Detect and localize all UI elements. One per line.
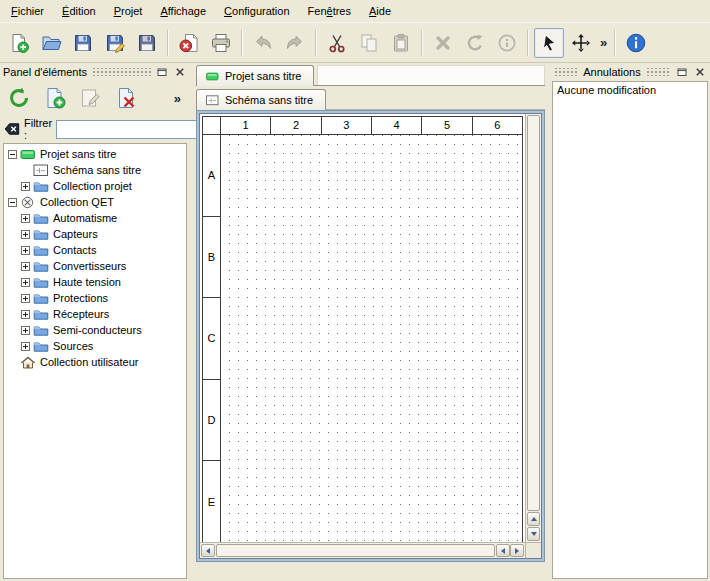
cut-button[interactable]: [322, 28, 352, 58]
tree-item-collection-projet[interactable]: Collection projet: [4, 178, 186, 194]
menu-aide[interactable]: Aide: [360, 2, 400, 20]
expand-icon[interactable]: [21, 278, 30, 287]
elements-panel-titlebar[interactable]: Panel d'éléments: [0, 63, 190, 80]
vertical-scrollbar-thumb[interactable]: [527, 115, 540, 511]
menu-edition[interactable]: Édition: [53, 2, 105, 20]
redo-button[interactable]: [280, 28, 310, 58]
horizontal-scrollbar-thumb[interactable]: [216, 544, 495, 557]
tree-item-convertisseurs[interactable]: Convertisseurs: [4, 258, 186, 274]
diagram-canvas[interactable]: [221, 135, 522, 542]
delete-button[interactable]: [428, 28, 458, 58]
tree-item-haute-tension[interactable]: Haute tension: [4, 274, 186, 290]
folder-icon: [33, 212, 49, 225]
tree-item-projet-sans-titre[interactable]: Projet sans titre: [4, 146, 186, 162]
folder-icon: [33, 260, 49, 273]
toolbar-overflow-button[interactable]: »: [597, 35, 610, 50]
tree-item-collection-qet[interactable]: Collection QET: [4, 194, 186, 210]
edit-element-button[interactable]: [76, 83, 106, 113]
scroll-up-button[interactable]: [527, 512, 540, 526]
expand-icon[interactable]: [21, 262, 30, 271]
toolbar-separator: [421, 30, 423, 56]
vertical-scrollbar[interactable]: [525, 114, 541, 542]
undo-panel-title: Annulations: [583, 66, 641, 78]
tree-item-label: Convertisseurs: [53, 260, 126, 272]
undo-button[interactable]: [248, 28, 278, 58]
save-button[interactable]: [68, 28, 98, 58]
float-dock-button[interactable]: [155, 65, 169, 78]
main-area: Panel d'éléments » Filtrer : Projet sans…: [0, 63, 710, 581]
scroll-right-button[interactable]: [510, 544, 524, 557]
clear-filter-button[interactable]: [4, 121, 20, 137]
expand-icon[interactable]: [21, 326, 30, 335]
close-dock-button[interactable]: [173, 65, 187, 78]
open-button[interactable]: [36, 28, 66, 58]
tree-item-sources[interactable]: Sources: [4, 338, 186, 354]
menu-fenetres[interactable]: Fenêtres: [299, 2, 360, 20]
panel-overflow-button[interactable]: »: [171, 91, 184, 106]
tree-item-collection-utilisateur[interactable]: Collection utilisateur: [4, 354, 186, 370]
close-icon: [175, 67, 185, 77]
diagram-view: 1 2 3 4 5 6 A B C: [196, 110, 545, 562]
dock-grip: [91, 68, 151, 76]
menu-affichage[interactable]: Affichage: [151, 2, 215, 20]
edit-pencil-icon: [79, 86, 103, 110]
tree-item-schema-sans-titre[interactable]: Schéma sans titre: [4, 162, 186, 178]
horizontal-scrollbar[interactable]: [200, 542, 525, 558]
scroll-down-button[interactable]: [527, 527, 540, 541]
tree-item-label: Contacts: [53, 244, 96, 256]
ruler-column-label: 1: [221, 117, 271, 134]
expand-icon[interactable]: [21, 214, 30, 223]
tree-item-capteurs[interactable]: Capteurs: [4, 226, 186, 242]
collapse-icon[interactable]: [8, 150, 17, 159]
expand-icon[interactable]: [21, 182, 30, 191]
tab-projet-sans-titre[interactable]: Projet sans titre: [196, 65, 314, 86]
toolbar-separator: [315, 30, 317, 56]
close-file-button[interactable]: [174, 28, 204, 58]
expand-icon[interactable]: [21, 342, 30, 351]
paste-button[interactable]: [386, 28, 416, 58]
expand-icon[interactable]: [21, 310, 30, 319]
arrow-down-icon: [531, 532, 537, 536]
menu-projet[interactable]: Projet: [105, 2, 152, 20]
arrow-up-icon: [531, 517, 537, 521]
elements-panel-title: Panel d'éléments: [3, 66, 87, 78]
row-ruler: A B C D E: [203, 135, 221, 542]
close-icon: [695, 67, 705, 77]
expand-icon[interactable]: [21, 246, 30, 255]
tree-item-automatisme[interactable]: Automatisme: [4, 210, 186, 226]
rotate-button[interactable]: [460, 28, 490, 58]
menu-configuration[interactable]: Configuration: [215, 2, 298, 20]
tree-item-contacts[interactable]: Contacts: [4, 242, 186, 258]
new-element-button[interactable]: [40, 83, 70, 113]
elements-panel: Panel d'éléments » Filtrer : Projet sans…: [0, 63, 190, 581]
tab-schema-sans-titre[interactable]: Schéma sans titre: [196, 89, 326, 110]
print-button[interactable]: [206, 28, 236, 58]
expand-icon[interactable]: [21, 294, 30, 303]
reload-collections-button[interactable]: [4, 83, 34, 113]
menu-fichier[interactable]: Fichier: [2, 2, 53, 20]
project-icon: [205, 71, 220, 82]
about-button[interactable]: [621, 28, 651, 58]
delete-element-button[interactable]: [112, 83, 142, 113]
properties-button[interactable]: [492, 28, 522, 58]
save-as-button[interactable]: [100, 28, 130, 58]
expand-icon[interactable]: [21, 230, 30, 239]
close-dock-button[interactable]: [693, 65, 707, 78]
tree-item-recepteurs[interactable]: Récepteurs: [4, 306, 186, 322]
select-mode-button[interactable]: [534, 28, 564, 58]
float-dock-button[interactable]: [675, 65, 689, 78]
collapse-icon[interactable]: [8, 198, 17, 207]
new-document-button[interactable]: [4, 28, 34, 58]
copy-button[interactable]: [354, 28, 384, 58]
undo-history-list[interactable]: Aucune modification: [552, 81, 708, 579]
undo-panel-titlebar[interactable]: Annulations: [550, 63, 710, 80]
filter-input[interactable]: [56, 120, 206, 139]
save-all-button[interactable]: [132, 28, 162, 58]
scroll-left-button[interactable]: [201, 544, 215, 557]
scroll-left-button-2[interactable]: [496, 544, 510, 557]
ruler-row-label: E: [203, 461, 220, 542]
undo-panel: Annulations Aucune modification: [550, 63, 710, 581]
tree-item-semi-conducteurs[interactable]: Semi-conducteurs: [4, 322, 186, 338]
move-mode-button[interactable]: [566, 28, 596, 58]
tree-item-protections[interactable]: Protections: [4, 290, 186, 306]
